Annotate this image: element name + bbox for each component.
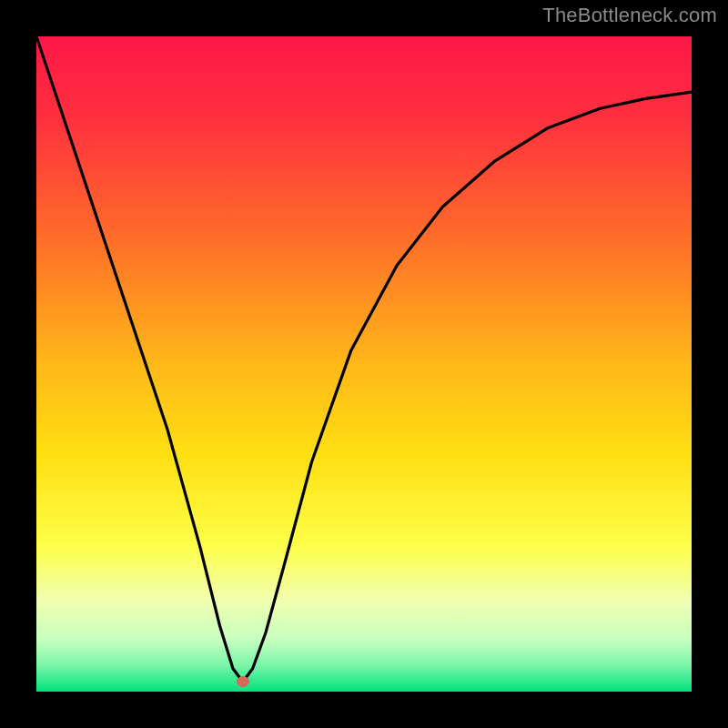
watermark-text: TheBottleneck.com <box>542 4 717 27</box>
plot-area <box>36 36 692 692</box>
minimum-marker <box>237 676 249 687</box>
bottleneck-curve <box>36 36 692 692</box>
chart-frame: TheBottleneck.com <box>0 0 728 728</box>
